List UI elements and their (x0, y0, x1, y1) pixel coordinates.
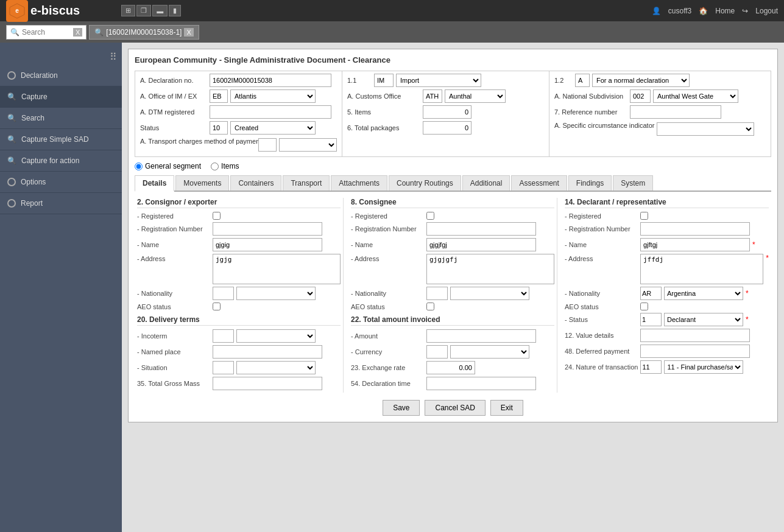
dtm-input[interactable] (210, 105, 331, 119)
tab-assessment[interactable]: Assessment (511, 175, 567, 191)
search-magnifier-icon: 🔍 (10, 28, 19, 37)
national-subdivision-select[interactable]: Aunthal West Gate (653, 89, 738, 103)
consignor-nationality-code[interactable] (213, 287, 234, 300)
consignee-aeo-label: AEO status (351, 303, 424, 310)
consignee-nationality-select[interactable] (450, 287, 529, 300)
logout-link[interactable]: Logout (755, 7, 778, 15)
items-radio-input[interactable] (211, 163, 219, 170)
deferred-payment-input[interactable] (640, 345, 750, 358)
active-tab-label: [16002IM000015038-1] (106, 28, 182, 37)
declarant-registered-checkbox[interactable] (640, 212, 648, 220)
field-1-1-select[interactable]: Import (396, 74, 481, 87)
consignee-reg-num-input[interactable] (426, 222, 536, 236)
consignee-name-input[interactable] (426, 238, 536, 251)
situation-code[interactable] (213, 361, 234, 374)
consignee-nationality-code[interactable] (426, 287, 448, 300)
save-button[interactable]: Save (383, 400, 420, 416)
general-segment-radio[interactable]: General segment (135, 162, 201, 170)
tab-country-routings[interactable]: Country Routings (389, 175, 461, 191)
declaration-time-input[interactable] (426, 377, 536, 390)
sidebar-item-declaration[interactable]: Declaration (0, 65, 122, 86)
currency-code[interactable] (426, 345, 448, 359)
field-1-1-code[interactable] (374, 74, 394, 87)
incoterm-code[interactable] (213, 329, 234, 343)
search-input[interactable] (22, 28, 71, 37)
tab-movements[interactable]: Movements (175, 175, 229, 191)
search-box[interactable]: 🔍 X (6, 25, 87, 40)
declaration-no-input[interactable] (210, 74, 331, 87)
declarant-nationality-select[interactable]: Argentina (664, 287, 743, 300)
consignor-reg-num-input[interactable] (213, 222, 322, 236)
status-field: Status Created (140, 121, 337, 135)
nature-select[interactable]: 11 - Final purchase/sale (664, 360, 743, 374)
declarant-address-textarea[interactable]: jffdj (640, 254, 763, 284)
situation-select[interactable] (236, 361, 316, 374)
sidebar-item-search[interactable]: 🔍 Search (0, 108, 122, 129)
customs-office-code[interactable] (423, 89, 442, 103)
consignor-aeo-checkbox[interactable] (213, 303, 221, 310)
sidebar-item-report[interactable]: Report (0, 193, 122, 214)
tab-transport[interactable]: Transport (283, 175, 330, 191)
general-segment-input[interactable] (135, 163, 143, 170)
home-link[interactable]: Home (715, 7, 735, 15)
sidebar-item-options[interactable]: Options (0, 172, 122, 193)
tab-findings[interactable]: Findings (568, 175, 612, 191)
tab-additional[interactable]: Additional (462, 175, 510, 191)
exchange-rate-input[interactable] (426, 361, 475, 374)
cancel-sad-button[interactable]: Cancel SAD (425, 400, 485, 416)
declarant-aeo-checkbox[interactable] (640, 303, 648, 310)
tab-containers[interactable]: Containers (230, 175, 281, 191)
active-tab[interactable]: 🔍 [16002IM000015038-1] X (89, 25, 199, 40)
active-tab-close[interactable]: X (184, 28, 193, 37)
declarant-status-code[interactable] (640, 313, 662, 326)
value-details-input[interactable] (640, 329, 750, 342)
currency-select[interactable] (450, 345, 529, 359)
declarant-reg-num-input[interactable] (640, 222, 750, 236)
reference-number-input[interactable] (630, 105, 721, 119)
items-radio[interactable]: Items (211, 162, 239, 170)
sidebar-item-capture-simple[interactable]: 🔍 Capture Simple SAD (0, 129, 122, 150)
field-1-2-select[interactable]: For a normal declaration (592, 74, 690, 87)
declarant-name-input[interactable] (640, 238, 750, 251)
amount-input[interactable] (426, 329, 536, 343)
total-packages-field: 6. Total packages (347, 121, 544, 135)
consignor-name-input[interactable] (213, 238, 322, 251)
capture-action-icon: 🔍 (7, 156, 16, 165)
tab-system[interactable]: System (613, 175, 653, 191)
items-input[interactable] (423, 105, 471, 119)
win-tab-window[interactable]: ❒ (136, 5, 151, 16)
status-code-input[interactable] (210, 121, 228, 135)
nature-code-input[interactable] (640, 360, 662, 374)
transport-code-input[interactable] (258, 138, 277, 152)
specific-circumstance-select[interactable] (657, 122, 754, 136)
consignor-address-textarea[interactable]: jgjg (213, 254, 341, 284)
consignor-registered-checkbox[interactable] (213, 212, 221, 220)
search-clear-button[interactable]: X (73, 28, 82, 37)
gross-mass-input[interactable] (213, 377, 322, 390)
tab-details[interactable]: Details (135, 175, 174, 192)
consignee-address-textarea[interactable]: gjgjgfj (426, 254, 554, 284)
win-tab-split-v[interactable]: ▮ (169, 5, 181, 16)
exit-button[interactable]: Exit (490, 400, 523, 416)
national-subdivision-code[interactable] (630, 89, 651, 103)
consignor-nationality-select[interactable] (236, 287, 316, 300)
consignee-registered-checkbox[interactable] (426, 212, 434, 220)
declarant-nationality-code[interactable] (640, 287, 662, 300)
office-code-input[interactable] (210, 89, 228, 103)
consignee-aeo-checkbox[interactable] (426, 303, 434, 310)
customs-office-select[interactable]: Aunthal (445, 89, 506, 103)
named-place-input[interactable] (213, 345, 322, 359)
win-tab-split-h[interactable]: ▬ (152, 5, 168, 16)
status-select[interactable]: Created (230, 121, 316, 135)
field-1-2-code[interactable] (575, 74, 590, 87)
incoterm-select[interactable] (236, 329, 316, 343)
total-packages-input[interactable] (423, 121, 471, 135)
transport-select[interactable] (279, 138, 337, 152)
sidebar-item-capture[interactable]: 🔍 Capture (0, 86, 122, 108)
tab-attachments[interactable]: Attachments (331, 175, 387, 191)
win-tab-grid[interactable]: ⊞ (121, 5, 135, 16)
declarant-aeo-label: AEO status (565, 303, 638, 310)
sidebar-item-capture-action[interactable]: 🔍 Capture for action (0, 150, 122, 172)
office-select[interactable]: Atlantis (230, 89, 316, 103)
declarant-status-select[interactable]: Declarant (664, 313, 743, 326)
